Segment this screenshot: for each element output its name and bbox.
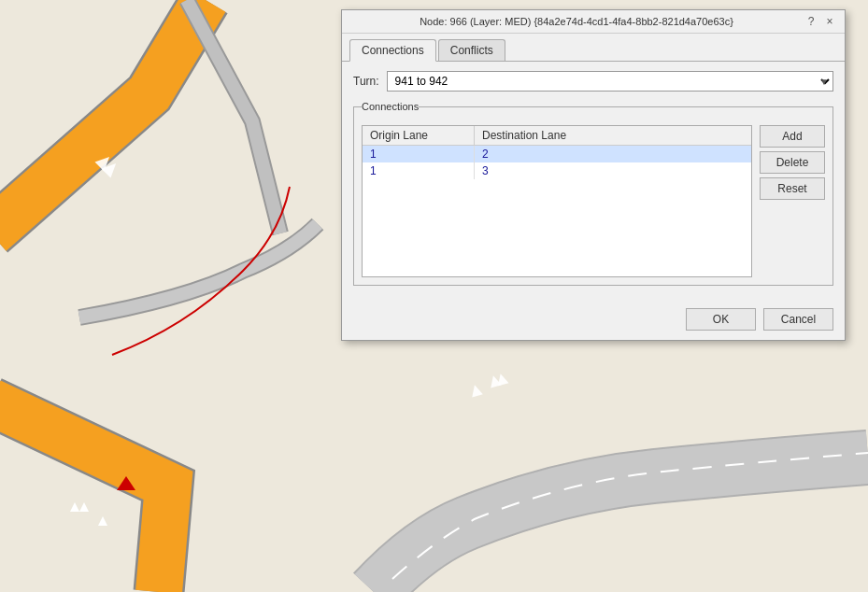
table-container: Origin Lane Destination Lane 1 2 1 3	[362, 125, 825, 277]
table-row[interactable]: 1 3	[363, 162, 751, 179]
dialog-footer: OK Cancel	[342, 304, 845, 340]
turn-select-wrapper: 941 to 942 ▼	[387, 71, 833, 92]
connections-legend: Connections	[362, 101, 419, 112]
turn-select[interactable]: 941 to 942	[387, 71, 833, 92]
cancel-button[interactable]: Cancel	[763, 308, 833, 331]
dialog-title: Node: 966 (Layer: MED) {84a2e74d-4cd1-4f…	[349, 16, 804, 27]
col-origin-header: Origin Lane	[363, 126, 475, 145]
table-row[interactable]: 1 2	[363, 146, 751, 162]
cell-origin-1: 1	[363, 162, 475, 179]
tab-conflicts[interactable]: Conflicts	[438, 39, 505, 61]
delete-button[interactable]: Delete	[760, 151, 825, 174]
tab-connections[interactable]: Connections	[349, 39, 436, 62]
connections-group: Connections Origin Lane Destination Lane…	[353, 101, 833, 286]
dialog-tabs: Connections Conflicts	[342, 34, 845, 62]
add-button[interactable]: Add	[760, 125, 825, 148]
ok-button[interactable]: OK	[686, 308, 756, 331]
dialog: Node: 966 (Layer: MED) {84a2e74d-4cd1-4f…	[341, 9, 846, 341]
cell-dest-0: 2	[475, 146, 751, 162]
table-body: 1 2 1 3	[363, 146, 751, 276]
titlebar-controls: ? ×	[804, 14, 837, 29]
close-button[interactable]: ×	[822, 14, 837, 29]
btn-panel: Add Delete Reset	[760, 125, 825, 277]
col-dest-header: Destination Lane	[475, 126, 751, 145]
cell-dest-1: 3	[475, 162, 751, 179]
table-header: Origin Lane Destination Lane	[363, 126, 751, 146]
help-button[interactable]: ?	[804, 14, 818, 29]
cell-origin-0: 1	[363, 146, 475, 162]
dialog-titlebar: Node: 966 (Layer: MED) {84a2e74d-4cd1-4f…	[342, 10, 845, 34]
connections-table: Origin Lane Destination Lane 1 2 1 3	[362, 125, 752, 277]
reset-button[interactable]: Reset	[760, 177, 825, 200]
dialog-body: Turn: 941 to 942 ▼ Connections Origin La…	[342, 62, 845, 304]
turn-row: Turn: 941 to 942 ▼	[353, 71, 833, 92]
turn-label: Turn:	[353, 75, 379, 88]
